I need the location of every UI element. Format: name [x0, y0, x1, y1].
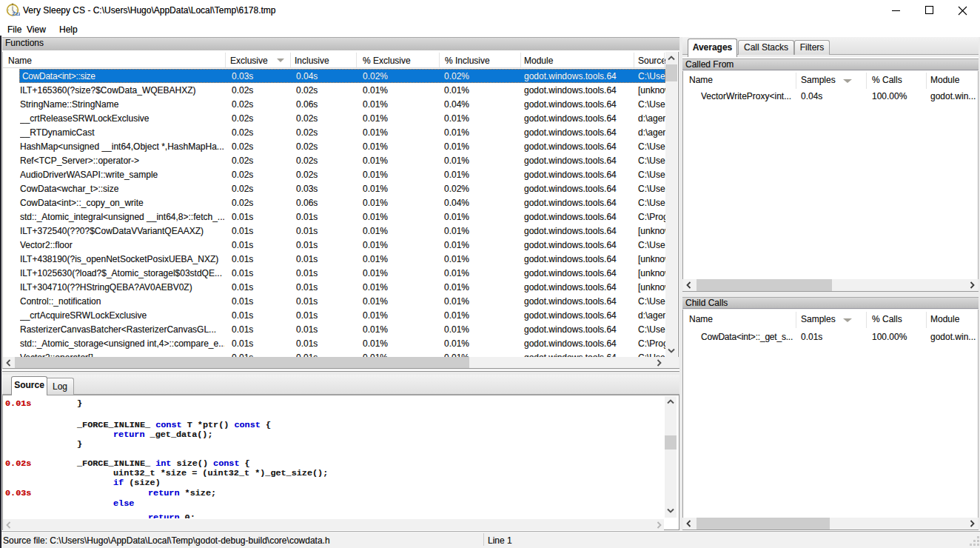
- svg-text:Zzz: Zzz: [13, 10, 21, 17]
